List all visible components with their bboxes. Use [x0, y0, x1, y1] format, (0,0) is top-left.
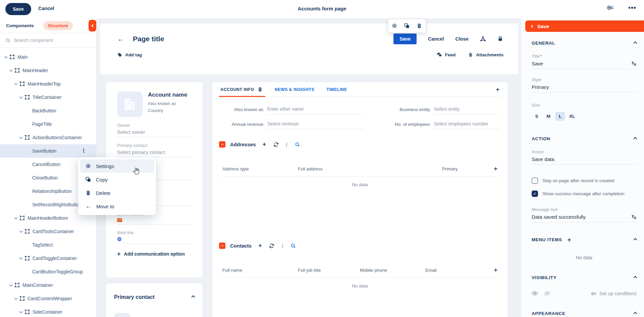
column-header[interactable]: Full address — [298, 166, 442, 171]
chevron-down-icon[interactable] — [19, 136, 23, 139]
column-header[interactable]: Address type — [222, 166, 298, 171]
tree-item-main[interactable]: Main — [0, 50, 96, 64]
add-column-icon[interactable]: + — [485, 268, 497, 273]
style-select[interactable]: Primary — [532, 84, 549, 90]
add-tab-icon[interactable]: + — [496, 87, 499, 92]
tree-item-tagselect[interactable]: TagSelect — [0, 238, 96, 252]
message-text-input[interactable]: Data saved successfully — [532, 214, 586, 220]
tree-item-sidecontainer[interactable]: SideContainer — [0, 305, 96, 317]
hidden-eye-icon[interactable] — [544, 291, 550, 296]
add-address-icon[interactable]: + — [263, 142, 268, 147]
employees-number-select[interactable]: Select employees number — [434, 121, 500, 129]
also-known-as-field[interactable]: Also known as — [148, 101, 187, 106]
collapse-section-icon[interactable] — [633, 41, 637, 45]
collapse-section-icon[interactable] — [633, 276, 637, 279]
tree-item-cardtogglecontainer[interactable]: CardToggleContainer — [0, 252, 96, 265]
collapse-section-icon[interactable] — [633, 238, 637, 242]
collapse-section-icon[interactable] — [633, 137, 637, 141]
column-header[interactable]: Full job title — [298, 268, 360, 273]
tab-timeline[interactable]: TIMELINE — [326, 82, 347, 97]
chevron-down-icon[interactable] — [14, 82, 18, 85]
element-delete-icon[interactable] — [417, 23, 422, 29]
column-header[interactable]: Primary — [442, 166, 485, 171]
tree-item-maincontainer[interactable]: MainContainer — [0, 278, 96, 292]
chevron-down-icon[interactable] — [14, 297, 18, 300]
add-tag-button[interactable]: Add tag — [117, 52, 142, 57]
preview-close-button[interactable]: Close — [455, 36, 469, 42]
element-settings-icon[interactable] — [392, 23, 397, 29]
column-header[interactable]: Mobile phone — [360, 268, 425, 273]
tree-item-savebutton[interactable]: SaveButton⋮ — [0, 144, 96, 158]
refresh-icon[interactable] — [273, 142, 279, 147]
search-icon[interactable] — [290, 243, 296, 249]
tree-item-backbutton[interactable]: BackButton — [0, 104, 96, 117]
expand-toggle-icon[interactable] — [219, 243, 225, 249]
sidebar-collapse-button[interactable] — [89, 20, 96, 32]
set-up-conditions-button[interactable]: Set up conditions — [591, 291, 637, 296]
collapse-section-icon[interactable] — [633, 312, 637, 315]
visible-eye-icon[interactable] — [532, 291, 538, 296]
tab-news-insights[interactable]: NEWS & INSIGHTS — [275, 82, 315, 97]
tree-item-cardbuttontogglegroup[interactable]: CardButtonToggleGroup — [0, 265, 96, 278]
expand-toggle-icon[interactable] — [219, 141, 225, 148]
column-header[interactable]: Full name — [222, 268, 298, 273]
chevron-down-icon[interactable] — [19, 95, 23, 99]
country-field[interactable]: Country — [148, 108, 187, 113]
context-menu-move-to[interactable]: ← Move to — [80, 200, 154, 213]
element-copy-icon[interactable] — [404, 23, 410, 29]
annual-revenue-select[interactable]: Select revenue — [267, 121, 364, 129]
primary-contact-field[interactable]: Primary contact Select primary contact — [117, 143, 194, 157]
also-known-as-input[interactable]: Enter other name — [267, 106, 364, 114]
tree-item-mainheader[interactable]: MainHeader — [0, 64, 96, 77]
translate-icon[interactable] — [631, 61, 637, 66]
chevron-down-icon[interactable] — [9, 68, 13, 72]
page-settings-icon[interactable] — [606, 4, 614, 11]
title-input[interactable]: Save — [532, 61, 543, 66]
account-name-field[interactable]: Account name — [148, 92, 187, 98]
delete-tab-icon[interactable] — [258, 87, 263, 92]
chevron-down-icon[interactable] — [14, 216, 18, 219]
chevron-down-icon[interactable] — [19, 310, 23, 313]
tree-item-actionbuttonscontainer[interactable]: ActionButtonsContainer — [0, 131, 96, 144]
kebab-menu-icon[interactable]: ⋮ — [280, 243, 285, 249]
context-menu-copy[interactable]: Copy — [80, 173, 154, 186]
size-option-xl[interactable]: XL — [567, 112, 577, 121]
chevron-down-icon[interactable] — [19, 229, 23, 233]
context-menu-settings[interactable]: Settings — [80, 159, 154, 173]
relationship-icon[interactable] — [480, 36, 486, 42]
tab-components[interactable]: Components — [6, 23, 34, 28]
back-arrow-icon[interactable]: ← — [117, 35, 124, 43]
more-options-icon[interactable]: ••• — [629, 4, 636, 11]
tree-item-pagetitle[interactable]: PageTitle — [0, 117, 96, 131]
checkbox-checked-icon[interactable] — [532, 191, 538, 197]
owner-field[interactable]: Owner Select owner — [117, 123, 194, 137]
refresh-icon[interactable] — [269, 243, 274, 249]
search-icon[interactable] — [295, 142, 300, 147]
add-contact-icon[interactable]: + — [258, 243, 264, 249]
collapse-icon[interactable] — [191, 295, 195, 299]
translate-icon[interactable] — [631, 214, 637, 220]
business-entity-select[interactable]: Select entity — [434, 106, 500, 114]
chevron-down-icon[interactable] — [9, 283, 13, 286]
tree-item-mainheadertop[interactable]: MainHeaderTop — [0, 77, 96, 91]
weblink-field[interactable]: Web link — [117, 230, 194, 244]
search-component-input[interactable] — [14, 38, 81, 43]
kebab-menu-icon[interactable]: ⋮ — [81, 148, 86, 154]
size-option-s[interactable]: S — [532, 112, 542, 121]
tree-item-cardtoolscontainer[interactable]: CardToolsContainer — [0, 225, 96, 238]
attachments-button[interactable]: Attachments — [468, 52, 503, 57]
chevron-down-icon[interactable] — [19, 256, 23, 260]
chevron-down-icon[interactable] — [4, 55, 8, 58]
tree-item-titlecontainer[interactable]: TitleContainer — [0, 91, 96, 104]
kebab-menu-icon[interactable]: ⋮ — [284, 142, 289, 147]
action-select[interactable]: Save data — [532, 156, 554, 162]
add-column-icon[interactable]: + — [485, 166, 497, 171]
size-option-l[interactable]: L — [555, 112, 565, 121]
tab-structure[interactable]: Structure — [43, 21, 73, 30]
context-menu-delete[interactable]: Delete — [80, 186, 154, 200]
tree-item-cardcontentwrapper[interactable]: CardContentWrapper — [0, 292, 96, 305]
column-header[interactable]: Email — [425, 268, 485, 273]
feed-button[interactable]: Feed — [437, 52, 456, 57]
tab-account-info[interactable]: ACCOUNT INFO — [220, 82, 263, 97]
lock-icon[interactable] — [497, 36, 503, 42]
